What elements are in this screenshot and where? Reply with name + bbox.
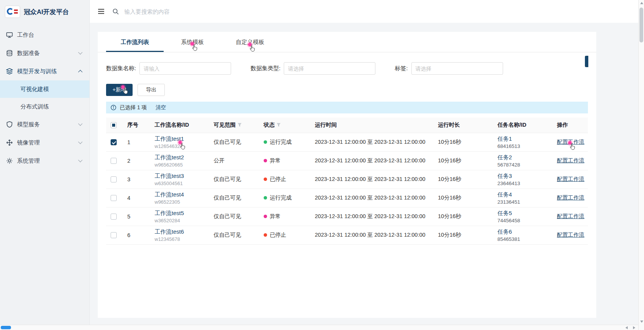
run-time: 2023-12-31 12:00:00 至 2023-12-31 12:00:0…: [309, 189, 432, 207]
tab-custom-template[interactable]: 自定义模板: [221, 32, 279, 52]
filter-tag: 标签:: [395, 62, 503, 75]
scroll-down-arrow[interactable]: [640, 321, 643, 323]
sidebar-subitem-visual-modeling[interactable]: 可视化建模: [0, 80, 89, 98]
run-time: 2023-12-31 12:00:00 至 2023-12-31 12:00:0…: [309, 207, 432, 226]
col-header-label: 状态: [264, 121, 275, 129]
status-text: 异常: [270, 157, 281, 163]
status-text: 运行完成: [270, 195, 292, 201]
chevron-down-icon: [78, 140, 82, 144]
row-checkbox[interactable]: [111, 158, 117, 164]
run-duration: 10分16秒: [432, 170, 491, 189]
sidebar-item-model-dev[interactable]: 模型开发与训练: [0, 62, 89, 80]
dataset-name-input[interactable]: [139, 62, 231, 75]
workflow-id: w965620665: [155, 162, 208, 168]
task-id: 68416513: [497, 143, 551, 149]
add-button[interactable]: +新增: [106, 84, 133, 96]
col-header-label: 可见范围: [214, 121, 236, 129]
workflow-name-link[interactable]: 工作流test1: [155, 135, 208, 143]
model-dev-icon: [6, 68, 13, 75]
horizontal-scroll-thumb[interactable]: [1, 326, 11, 329]
horizontal-scrollbar[interactable]: [0, 325, 638, 330]
scroll-right-arrow[interactable]: [633, 326, 635, 329]
col-header-index: 序号: [121, 118, 148, 133]
sidebar-item-workbench[interactable]: 工作台: [0, 26, 89, 44]
tab-system-template[interactable]: 系统模板: [164, 32, 221, 52]
row-checkbox[interactable]: [111, 176, 117, 182]
search-icon[interactable]: [113, 8, 119, 15]
configure-workflow-link[interactable]: 配置工作流: [557, 195, 585, 201]
status-dot: [264, 215, 267, 218]
app-logo-icon: [5, 6, 20, 17]
right-drawer-handle[interactable]: [585, 56, 588, 67]
workflow-name-link[interactable]: 工作流test2: [155, 154, 208, 161]
status-dot: [264, 196, 267, 200]
configure-workflow-link[interactable]: 配置工作流: [557, 139, 585, 145]
export-button[interactable]: 导出: [138, 84, 165, 96]
task-name: 任务4: [497, 191, 551, 198]
vertical-scroll-thumb[interactable]: [639, 8, 643, 42]
dataset-type-select[interactable]: [284, 62, 375, 75]
table-row: 3 工作流test3 w635004561 仅自己可见 已停止 2023-12-…: [106, 170, 588, 189]
col-header-workflow: 工作流名称/ID: [148, 118, 208, 133]
workbench-icon: [6, 31, 13, 38]
sidebar-subitem-label: 可视化建模: [20, 86, 49, 93]
tag-select[interactable]: [411, 62, 503, 75]
visibility-scope: 仅自己可见: [208, 207, 258, 226]
filter-funnel-icon[interactable]: [277, 123, 281, 127]
sidebar-item-system-manage[interactable]: 系统管理: [0, 152, 89, 170]
scroll-left-arrow[interactable]: [625, 326, 628, 329]
configure-workflow-link[interactable]: 配置工作流: [557, 213, 585, 219]
sidebar-item-model-service[interactable]: 模型服务: [0, 115, 89, 134]
row-checkbox[interactable]: [111, 232, 117, 238]
row-checkbox[interactable]: [111, 139, 117, 145]
data-prep-icon: [6, 50, 13, 57]
filter-funnel-icon[interactable]: [238, 123, 242, 127]
vertical-scrollbar[interactable]: [638, 0, 644, 330]
run-time: 2023-12-31 12:00:00 至 2023-12-31 12:00:0…: [309, 133, 432, 151]
app-root: 冠众AI开发平台 工作台 数据准备 模型开发与训练 可视化建模 分布式训练: [0, 0, 644, 330]
run-time: 2023-12-31 12:00:00 至 2023-12-31 12:00:0…: [309, 226, 432, 244]
search-input[interactable]: [124, 8, 283, 15]
col-header-task: 任务名称/ID: [491, 118, 551, 133]
logo-row: 冠众AI开发平台: [0, 0, 89, 24]
workflow-card: 工作流列表 系统模板 自定义模板 数据集名称: 数据集类型: 标签:: [98, 32, 596, 318]
model-service-icon: [6, 121, 13, 128]
scroll-up-arrow[interactable]: [640, 2, 643, 4]
sidebar-item-image-manage[interactable]: 镜像管理: [0, 134, 89, 152]
tab-workflow-list[interactable]: 工作流列表: [106, 32, 164, 52]
configure-workflow-link[interactable]: 配置工作流: [557, 157, 585, 163]
workflow-name-link[interactable]: 工作流test4: [155, 191, 208, 198]
info-icon: [111, 105, 116, 110]
configure-workflow-link[interactable]: 配置工作流: [557, 176, 585, 182]
run-duration: 10分16秒: [432, 133, 491, 151]
visibility-scope: 公开: [208, 151, 258, 170]
table-row: 1 工作流test1 w126546321 仅自己可见 运行完成 2023-12…: [106, 133, 588, 151]
sidebar-item-data-prep[interactable]: 数据准备: [0, 44, 89, 62]
filter-label: 数据集类型:: [250, 65, 280, 72]
workflow-id: w635004561: [155, 181, 208, 186]
chevron-up-icon: [78, 70, 82, 74]
row-checkbox[interactable]: [111, 214, 117, 220]
table-row: 6 工作流test6 w12345678 仅自己可见 已停止 2023-12-3…: [106, 226, 588, 244]
clear-selection-link[interactable]: 清空: [156, 104, 166, 111]
run-duration: 10分16秒: [432, 189, 491, 207]
task-name: 任务1: [497, 135, 551, 143]
row-index: 6: [121, 226, 148, 244]
workflow-name-link[interactable]: 工作流test5: [155, 210, 208, 217]
select-all-checkbox[interactable]: [111, 122, 117, 128]
status-dot: [264, 140, 267, 144]
row-checkbox[interactable]: [111, 195, 117, 201]
workflow-name-link[interactable]: 工作流test3: [155, 173, 208, 180]
status-text: 运行完成: [270, 139, 292, 145]
run-duration: 10分16秒: [432, 226, 491, 244]
workflow-name-link[interactable]: 工作流test6: [155, 228, 208, 236]
row-index: 3: [121, 170, 148, 189]
hamburger-menu-icon[interactable]: [97, 8, 105, 15]
sidebar-subitem-distributed-training[interactable]: 分布式训练: [0, 98, 89, 115]
configure-workflow-link[interactable]: 配置工作流: [557, 232, 585, 238]
tab-bar: 工作流列表 系统模板 自定义模板: [98, 32, 596, 52]
sidebar-item-label: 数据准备: [17, 50, 40, 57]
status-text: 已停止: [270, 176, 286, 182]
app-title: 冠众AI开发平台: [24, 8, 69, 16]
visibility-scope: 仅自己可见: [208, 170, 258, 189]
